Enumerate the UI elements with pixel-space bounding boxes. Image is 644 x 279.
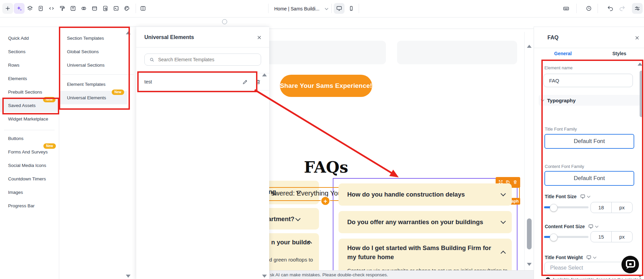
sidebar-item-prebuilt-sections[interactable]: Prebuilt Sections [0,85,59,99]
element-name-input[interactable] [543,74,633,87]
notes-icon[interactable] [35,3,46,14]
search-input[interactable] [157,57,253,63]
palette-icon[interactable] [121,3,132,14]
title-font-family-value: Default Font [574,138,605,145]
flyout-item-label: Element Templates [67,82,106,87]
version-history-icon[interactable] [583,3,594,14]
ai-sparkle-icon[interactable] [14,3,25,14]
canvas-card-right [397,41,517,64]
browser-icon[interactable] [89,3,100,14]
drag-handle-circle[interactable] [222,19,227,24]
content-font-size-unit[interactable]: px [612,232,632,242]
cta-button[interactable]: Share Your Sams Experience! [280,75,372,97]
paint-roller-icon[interactable] [57,3,68,14]
chevron-down-icon[interactable] [595,224,599,228]
add-icon[interactable] [2,3,13,14]
content-font-size-value[interactable]: 15 [591,232,612,242]
sidebar-item-label: Countdown Timers [8,176,46,181]
terminal-icon[interactable] [111,3,121,14]
blend-icon[interactable] [78,3,89,14]
sidebar-item-buttons[interactable]: Buttons [0,132,59,145]
slider-handle[interactable] [550,234,558,241]
scrollbar-thumb[interactable] [640,71,643,117]
file-search-icon[interactable] [100,3,111,14]
toolbar-divider [268,4,269,13]
flyout-item-global-sections[interactable]: Global Sections [59,45,127,58]
device-monitor-icon[interactable] [586,255,592,260]
device-monitor-icon[interactable] [588,224,594,229]
chevron-down-icon[interactable] [587,194,590,198]
footnote: i Available font weights depend on the s… [546,277,641,279]
sidebar-item-progress-bar[interactable]: Progress Bar [0,199,59,212]
flyout-item-universal-sections[interactable]: Universal Sections [59,58,127,72]
scroll-up-arrow[interactable] [262,73,267,76]
chat-widget-button[interactable] [621,256,639,273]
close-icon[interactable] [635,35,640,40]
scroll-up-arrow[interactable] [126,31,131,34]
typography-section-label: Typography [547,98,576,103]
scroll-down-arrow[interactable] [262,275,267,278]
sidebar-item-images[interactable]: Images [0,185,59,199]
toolbar-divider [136,4,136,13]
preferences-sliders-icon[interactable] [632,3,643,14]
title-font-weight-placeholder: Please Select [550,265,583,271]
title-font-size-value[interactable]: 18 [591,202,612,213]
title-font-family-button[interactable]: Default Font [544,134,634,149]
sidebar-item-sections[interactable]: Sections [0,45,59,58]
sidebar: Quick Add Sections Rows Elements Prebuil… [0,27,59,279]
inspector-panel: FAQ General Styles Element name Typograp… [534,27,644,279]
flyout-item-section-templates[interactable]: Section Templates [59,31,127,45]
device-monitor-icon[interactable] [580,194,585,199]
sidebar-item-quick-add[interactable]: Quick Add [0,31,59,45]
chevron-down-icon[interactable] [593,255,597,258]
scroll-up-arrow[interactable] [638,63,642,66]
text-icon[interactable] [68,3,78,14]
scroll-up-arrow[interactable] [527,45,532,48]
typography-section-header[interactable]: Typography [539,95,641,106]
desktop-view-icon[interactable] [334,3,345,14]
sidebar-item-label: Elements [8,76,27,81]
keyboard-shortcuts-icon[interactable] [561,3,571,14]
mobile-view-icon[interactable] [346,3,357,14]
layers-icon[interactable] [25,3,35,14]
flyout-item-element-templates[interactable]: Element Templates [59,77,127,91]
flyout-item-label: Universal Elements [67,95,106,100]
faq-item-title: Do you offer any warranties on your buil… [347,218,483,226]
add-row-button[interactable]: + [321,196,330,206]
tab-styles[interactable]: Styles [612,51,626,56]
tab-general[interactable]: General [554,51,572,56]
scroll-down-arrow[interactable] [638,275,642,278]
title-font-size-unit[interactable]: px [612,202,632,213]
sidebar-item-rows[interactable]: Rows [0,58,59,72]
search-icon [149,57,154,62]
scroll-down-arrow[interactable] [527,263,532,266]
element-template-row[interactable]: test [136,73,269,91]
redo-icon[interactable] [617,3,628,14]
page-selector-label: Home | Sams Buildi... [274,6,319,11]
title-font-weight-select[interactable]: Please Select [544,262,633,274]
sidebar-item-widget-marketplace[interactable]: Widget Marketplace [0,112,59,126]
sidebar-item-elements[interactable]: Elements [0,72,59,85]
delete-icon[interactable] [255,79,261,85]
sidebar-item-countdown-timers[interactable]: Countdown Timers [0,172,59,185]
faq-item-right-1[interactable]: How do you handle construction delays [338,183,512,206]
page-selector[interactable]: Home | Sams Buildi... [274,0,328,17]
title-font-family-label: Title Font Family [545,127,577,132]
scrollbar-thumb[interactable] [527,218,532,249]
statusbar-text: sk AI can make mistakes. Please double-c… [270,272,388,277]
code-icon[interactable] [46,3,57,14]
sidebar-item-label: Sections [8,49,26,54]
faq-item-right-2[interactable]: Do you offer any warranties on your buil… [338,211,512,233]
slider-handle[interactable] [550,204,558,212]
undo-icon[interactable] [605,3,616,14]
scroll-down-arrow[interactable] [126,275,131,278]
close-icon[interactable] [257,35,262,40]
chevron-down-icon [501,219,506,224]
sidebar-item-social-media-icons[interactable]: Social Media Icons [0,159,59,172]
canvas-scrollbar[interactable] [524,32,534,270]
faq-item-title: n your builds [271,239,310,246]
split-view-icon[interactable] [138,3,148,14]
content-font-family-button[interactable]: Default Font [544,171,634,186]
delete-icon[interactable] [513,180,517,184]
edit-icon[interactable] [242,79,248,85]
